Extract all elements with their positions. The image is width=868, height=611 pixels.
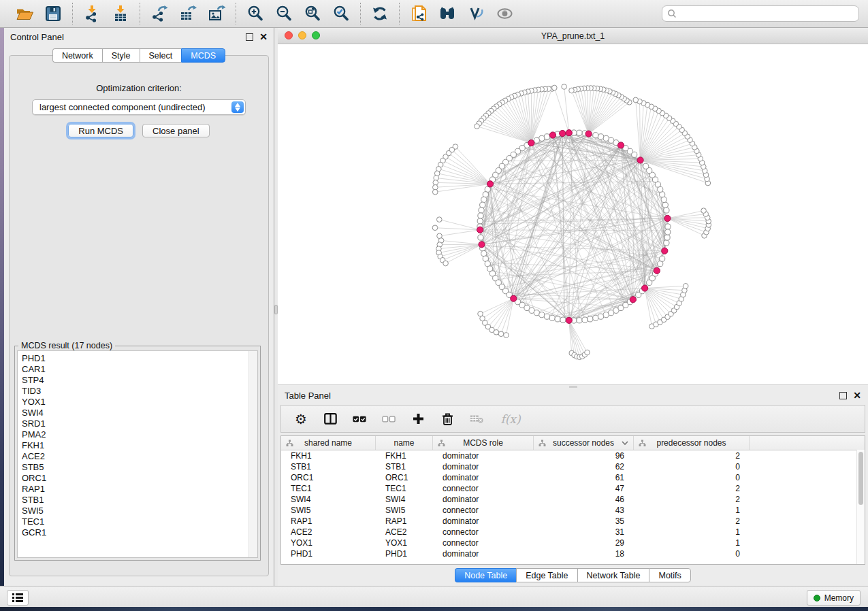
- column-header-shared-name[interactable]: shared name: [281, 436, 376, 450]
- network-node[interactable]: [664, 235, 670, 240]
- network-hub-node[interactable]: [654, 267, 660, 274]
- zoom-selected-button[interactable]: [329, 2, 353, 25]
- eye-button[interactable]: [492, 2, 517, 25]
- network-node[interactable]: [598, 314, 603, 319]
- add-row-button[interactable]: [411, 412, 425, 426]
- table-tab-node-table[interactable]: Node Table: [455, 568, 516, 582]
- network-hub-node[interactable]: [487, 181, 493, 187]
- network-hub-node[interactable]: [630, 297, 636, 303]
- network-node[interactable]: [544, 134, 549, 139]
- table-row[interactable]: SWI4SWI4dominator462: [281, 494, 865, 505]
- network-leaf-node[interactable]: [562, 84, 567, 90]
- network-node[interactable]: [481, 250, 487, 256]
- network-leaf-node[interactable]: [432, 225, 438, 231]
- network-leaf-node[interactable]: [585, 350, 590, 355]
- network-leaf-node[interactable]: [475, 124, 480, 129]
- delete-row-button[interactable]: [440, 412, 454, 426]
- network-hub-node[interactable]: [528, 139, 534, 146]
- result-list-scrollbar[interactable]: [248, 351, 257, 557]
- network-leaf-node[interactable]: [552, 85, 558, 90]
- network-node[interactable]: [665, 229, 671, 235]
- network-hub-node[interactable]: [560, 130, 566, 136]
- table-row[interactable]: YOX1YOX1connector291: [281, 538, 865, 548]
- network-node[interactable]: [665, 224, 671, 229]
- minimize-window-icon[interactable]: [298, 31, 306, 39]
- network-hub-node[interactable]: [642, 285, 648, 291]
- import-table-button[interactable]: [108, 2, 133, 25]
- table-settings-button[interactable]: ⚙: [294, 412, 308, 426]
- network-hub-node[interactable]: [477, 227, 483, 233]
- table-row[interactable]: SWI5SWI5connector431: [281, 505, 865, 516]
- function-builder-button-disabled[interactable]: f(x): [499, 412, 522, 426]
- network-hub-node[interactable]: [664, 215, 671, 221]
- zoom-out-button[interactable]: [272, 2, 296, 25]
- memory-button[interactable]: Memory: [807, 590, 861, 606]
- network-hub-node[interactable]: [662, 248, 668, 254]
- network-node[interactable]: [643, 163, 649, 169]
- save-session-button[interactable]: [41, 2, 65, 25]
- list-item[interactable]: STB5: [18, 462, 257, 473]
- zoom-fit-button[interactable]: [300, 2, 325, 25]
- show-columns-button[interactable]: [323, 412, 337, 426]
- refresh-button[interactable]: [368, 2, 392, 25]
- table-row[interactable]: ACE2ACE2connector311: [281, 527, 865, 538]
- column-header-predecessor-nodes[interactable]: predecessor nodes: [634, 436, 750, 450]
- network-hub-node[interactable]: [511, 295, 517, 301]
- network-leaf-node[interactable]: [494, 330, 499, 335]
- network-node[interactable]: [603, 135, 609, 141]
- network-node[interactable]: [582, 317, 588, 323]
- search-input[interactable]: [677, 8, 854, 19]
- network-hub-node[interactable]: [566, 317, 572, 323]
- network-hub-node[interactable]: [585, 131, 592, 137]
- table-row[interactable]: RAP1RAP1dominator352: [281, 516, 865, 527]
- network-canvas[interactable]: [278, 44, 868, 384]
- list-item[interactable]: STP4: [18, 375, 257, 386]
- network-leaf-node[interactable]: [504, 333, 509, 338]
- float-panel-icon[interactable]: [839, 392, 847, 399]
- list-item[interactable]: PMA2: [18, 429, 257, 440]
- network-node[interactable]: [593, 133, 598, 138]
- list-item[interactable]: TEC1: [18, 516, 257, 527]
- column-header-successor-nodes[interactable]: successor nodes: [534, 436, 634, 450]
- network-node[interactable]: [598, 134, 603, 139]
- network-node[interactable]: [549, 315, 555, 320]
- list-item[interactable]: TID3: [18, 386, 257, 397]
- network-node[interactable]: [480, 202, 485, 208]
- list-item[interactable]: YOX1: [18, 397, 257, 408]
- list-item[interactable]: ACE2: [18, 451, 257, 462]
- import-network-button[interactable]: [80, 2, 104, 25]
- network-leaf-node[interactable]: [569, 88, 575, 93]
- network-node[interactable]: [478, 235, 483, 240]
- table-tab-edge-table[interactable]: Edge Table: [516, 568, 577, 582]
- table-row[interactable]: FKH1FKH1dominator962: [281, 450, 865, 461]
- network-hub-node[interactable]: [566, 130, 572, 136]
- network-hub-node[interactable]: [479, 242, 485, 248]
- export-network-button[interactable]: [147, 2, 172, 25]
- network-node[interactable]: [577, 318, 582, 323]
- mcds-result-list[interactable]: PHD1CAR1STP4TID3YOX1SWI4SRD1PMA2FKH1ACE2…: [17, 350, 258, 558]
- close-panel-button[interactable]: Close panel: [142, 124, 210, 137]
- network-node[interactable]: [555, 316, 560, 322]
- network-leaf-node[interactable]: [683, 284, 688, 289]
- maximize-window-icon[interactable]: [312, 31, 320, 39]
- table-tab-motifs[interactable]: Motifs: [649, 568, 690, 582]
- export-table-button[interactable]: [176, 2, 200, 25]
- network-node[interactable]: [588, 316, 593, 322]
- network-leaf-node[interactable]: [436, 217, 442, 222]
- list-item[interactable]: STB1: [18, 495, 257, 506]
- list-item[interactable]: SWI5: [18, 506, 257, 516]
- open-file-button[interactable]: [12, 2, 37, 25]
- float-panel-icon[interactable]: [246, 33, 253, 41]
- select-all-button[interactable]: [353, 412, 366, 426]
- export-image-button[interactable]: [204, 2, 229, 25]
- table-row[interactable]: STB1STB1dominator620: [281, 461, 865, 472]
- run-mcds-button[interactable]: Run MCDS: [68, 124, 133, 137]
- tab-mcds[interactable]: MCDS: [181, 48, 225, 63]
- tab-select[interactable]: Select: [140, 48, 182, 63]
- network-node[interactable]: [478, 213, 483, 218]
- task-history-button[interactable]: [7, 590, 29, 606]
- network-node[interactable]: [664, 208, 669, 213]
- close-panel-icon[interactable]: ✕: [853, 391, 861, 399]
- column-header-MCDS-role[interactable]: MCDS role: [433, 436, 534, 450]
- network-node[interactable]: [660, 256, 665, 261]
